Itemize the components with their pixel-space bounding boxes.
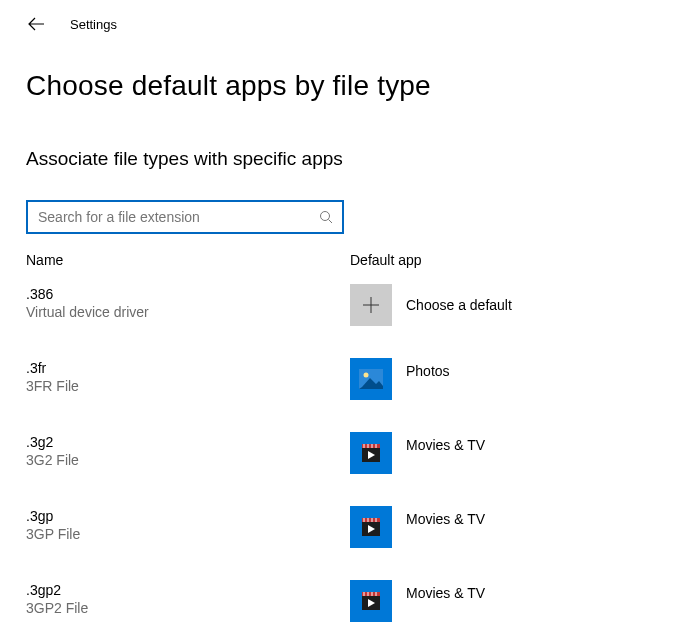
file-extension: .3g2 bbox=[26, 434, 350, 450]
file-type-info: .3fr 3FR File bbox=[26, 358, 350, 394]
default-app-button[interactable]: Movies & TV bbox=[350, 506, 485, 548]
app-label: Movies & TV bbox=[406, 585, 485, 601]
main-content: Choose default apps by file type Associa… bbox=[0, 70, 700, 622]
plus-icon bbox=[350, 284, 392, 326]
file-description: 3FR File bbox=[26, 378, 350, 394]
page-subtitle: Associate file types with specific apps bbox=[26, 148, 674, 170]
file-type-row: .3g2 3G2 File Movies & TV bbox=[26, 432, 674, 474]
file-extension: .3gp2 bbox=[26, 582, 350, 598]
movies-app-icon bbox=[350, 580, 392, 622]
file-description: Virtual device driver bbox=[26, 304, 350, 320]
default-app-button[interactable]: Movies & TV bbox=[350, 432, 485, 474]
file-type-row: .3fr 3FR File Photos bbox=[26, 358, 674, 400]
default-app-button[interactable]: Choose a default bbox=[350, 284, 512, 326]
back-button[interactable] bbox=[26, 14, 46, 34]
file-extension: .386 bbox=[26, 286, 350, 302]
file-type-info: .3gp 3GP File bbox=[26, 506, 350, 542]
file-extension: .3fr bbox=[26, 360, 350, 376]
svg-line-1 bbox=[329, 220, 333, 224]
default-app-button[interactable]: Movies & TV bbox=[350, 580, 485, 622]
svg-point-5 bbox=[364, 373, 369, 378]
photos-app-icon bbox=[350, 358, 392, 400]
back-arrow-icon bbox=[27, 15, 45, 33]
search-icon bbox=[318, 209, 334, 225]
file-type-info: .386 Virtual device driver bbox=[26, 284, 350, 320]
file-type-row: .386 Virtual device driver Choose a defa… bbox=[26, 284, 674, 326]
svg-rect-14 bbox=[362, 518, 380, 522]
svg-rect-7 bbox=[362, 444, 380, 448]
column-headers: Name Default app bbox=[26, 252, 674, 268]
column-app-header: Default app bbox=[350, 252, 422, 268]
default-app-button[interactable]: Photos bbox=[350, 358, 450, 400]
search-box[interactable] bbox=[26, 200, 344, 234]
movies-app-icon bbox=[350, 506, 392, 548]
file-extension: .3gp bbox=[26, 508, 350, 524]
app-label: Photos bbox=[406, 363, 450, 379]
column-name-header: Name bbox=[26, 252, 350, 268]
page-title: Choose default apps by file type bbox=[26, 70, 674, 102]
movies-app-icon bbox=[350, 432, 392, 474]
app-label: Movies & TV bbox=[406, 511, 485, 527]
file-type-info: .3gp2 3GP2 File bbox=[26, 580, 350, 616]
svg-point-0 bbox=[321, 212, 330, 221]
file-type-list: .386 Virtual device driver Choose a defa… bbox=[26, 284, 674, 622]
file-type-row: .3gp 3GP File Movies & TV bbox=[26, 506, 674, 548]
header-bar: Settings bbox=[0, 0, 700, 34]
file-type-row: .3gp2 3GP2 File Movies & TV bbox=[26, 580, 674, 622]
file-type-info: .3g2 3G2 File bbox=[26, 432, 350, 468]
file-description: 3G2 File bbox=[26, 452, 350, 468]
app-label: Movies & TV bbox=[406, 437, 485, 453]
file-description: 3GP2 File bbox=[26, 600, 350, 616]
file-description: 3GP File bbox=[26, 526, 350, 542]
svg-rect-21 bbox=[362, 592, 380, 596]
header-title: Settings bbox=[70, 17, 117, 32]
app-label: Choose a default bbox=[406, 297, 512, 313]
search-input[interactable] bbox=[38, 209, 318, 225]
